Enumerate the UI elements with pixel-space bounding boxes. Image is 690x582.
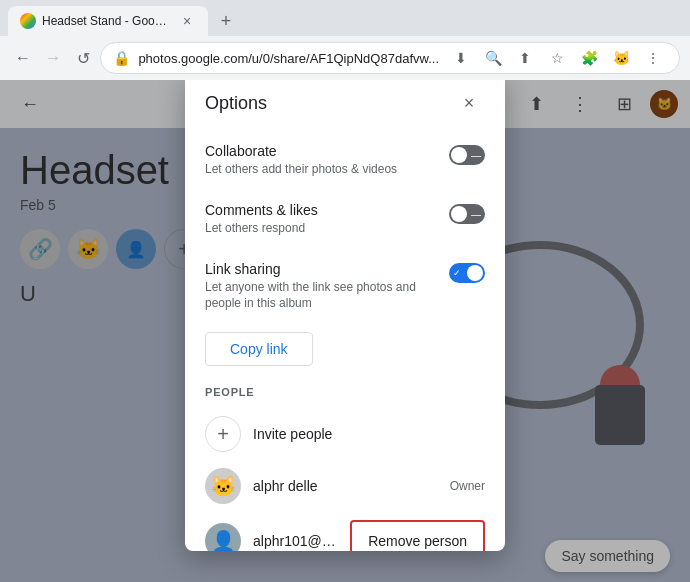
modal-body: Collaborate Let others add their photos … (185, 131, 505, 551)
refresh-button[interactable]: ↺ (70, 42, 96, 74)
remove-person-label: Remove person (368, 533, 467, 549)
download-icon[interactable]: ⬇ (447, 44, 475, 72)
people-section-label: PEOPLE (205, 386, 485, 398)
collaborate-option: Collaborate Let others add their photos … (185, 131, 505, 190)
link-sharing-option: Link sharing Let anyone with the link se… (185, 249, 505, 325)
collaborate-toggle[interactable]: — (449, 145, 485, 165)
toggle-knob-collaborate (451, 147, 467, 163)
copy-link-section: Copy link (185, 324, 505, 378)
toggle-icon-link: ✓ (453, 268, 461, 278)
toggle-icon-comments: — (471, 208, 481, 219)
modal-title: Options (205, 93, 267, 114)
page-content: ← ⬆ ⬜ ⬆ ⋮ ⊞ 🐱 Headset Feb 5 🔗 🐱 (0, 80, 690, 582)
people-section: PEOPLE + Invite people 🐱 alphr delle Own… (185, 378, 505, 551)
person2-row: 👤 alphr101@gmail.c Remove person (205, 512, 485, 551)
comments-desc: Let others respond (205, 220, 437, 237)
copy-link-button[interactable]: Copy link (205, 332, 313, 366)
profile-icon[interactable]: 🐱 (607, 44, 635, 72)
comments-option: Comments & likes Let others respond — (185, 190, 505, 249)
invite-label: Invite people (253, 426, 485, 442)
invite-people-row[interactable]: + Invite people (205, 408, 485, 460)
browser-chrome: Headset Stand - Google Photos × + ← → ↺ … (0, 0, 690, 80)
collaborate-info: Collaborate Let others add their photos … (205, 143, 437, 178)
person1-avatar: 🐱 (205, 468, 241, 504)
collaborate-desc: Let others add their photos & videos (205, 161, 437, 178)
person2-email: alphr101@gmail.c (253, 533, 338, 549)
back-button[interactable]: ← (10, 42, 36, 74)
link-sharing-toggle[interactable]: ✓ (449, 263, 485, 283)
tab-favicon (20, 13, 36, 29)
person2-avatar: 👤 (205, 523, 241, 551)
tab-title: Headset Stand - Google Photos (42, 14, 172, 28)
link-sharing-desc: Let anyone with the link see photos and … (205, 279, 437, 313)
modal-header: Options × (185, 80, 505, 131)
person1-name: alphr delle (253, 478, 438, 494)
nav-bar: ← → ↺ 🔒 photos.google.com/u/0/share/AF1Q… (0, 36, 690, 80)
comments-toggle[interactable]: — (449, 204, 485, 224)
comments-label: Comments & likes (205, 202, 437, 218)
options-modal: Options × Collaborate Let others add the… (185, 80, 505, 551)
tab-bar: Headset Stand - Google Photos × + (0, 0, 690, 36)
zoom-icon[interactable]: 🔍 (479, 44, 507, 72)
tab-close-button[interactable]: × (178, 12, 196, 30)
toggle-knob-link (467, 265, 483, 281)
link-sharing-info: Link sharing Let anyone with the link se… (205, 261, 437, 313)
address-actions: ⬇ 🔍 ⬆ ☆ 🧩 🐱 ⋮ (447, 44, 667, 72)
lock-icon: 🔒 (113, 50, 130, 66)
address-bar[interactable]: 🔒 photos.google.com/u/0/share/AF1QipNdQ8… (100, 42, 680, 74)
menu-icon[interactable]: ⋮ (639, 44, 667, 72)
active-tab[interactable]: Headset Stand - Google Photos × (8, 6, 208, 36)
address-text: photos.google.com/u/0/share/AF1QipNdQ87d… (138, 51, 439, 66)
comments-info: Comments & likes Let others respond (205, 202, 437, 237)
share-icon[interactable]: ⬆ (511, 44, 539, 72)
modal-overlay: Options × Collaborate Let others add the… (0, 80, 690, 582)
toggle-icon-collaborate: — (471, 150, 481, 161)
forward-button[interactable]: → (40, 42, 66, 74)
bookmark-icon[interactable]: ☆ (543, 44, 571, 72)
collaborate-label: Collaborate (205, 143, 437, 159)
extension-icon[interactable]: 🧩 (575, 44, 603, 72)
link-sharing-label: Link sharing (205, 261, 437, 277)
person1-role: Owner (450, 479, 485, 493)
new-tab-button[interactable]: + (212, 7, 240, 35)
toggle-knob-comments (451, 206, 467, 222)
person1-row: 🐱 alphr delle Owner (205, 460, 485, 512)
modal-close-button[interactable]: × (453, 87, 485, 119)
remove-person-popup[interactable]: Remove person (350, 520, 485, 551)
invite-icon[interactable]: + (205, 416, 241, 452)
